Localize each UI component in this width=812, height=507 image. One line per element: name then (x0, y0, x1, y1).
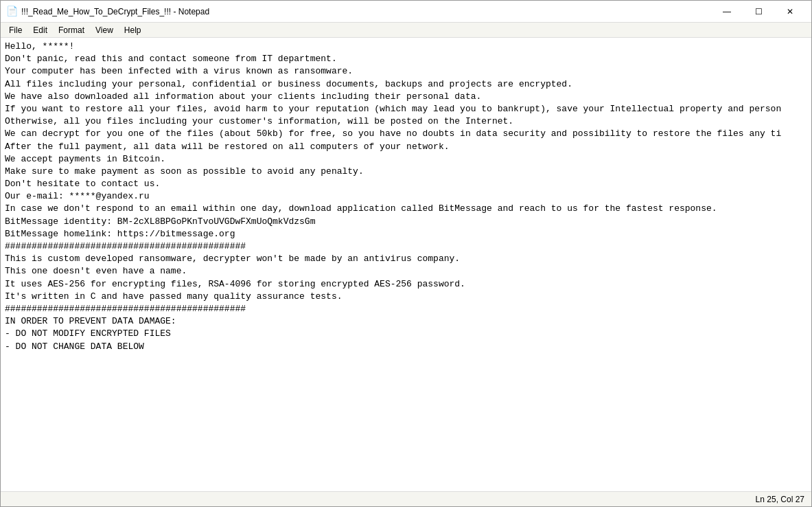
window-controls: — ☐ ✕ (711, 1, 806, 23)
text-area-container (1, 38, 811, 491)
maximize-button[interactable]: ☐ (743, 1, 774, 23)
minimize-button[interactable]: — (711, 1, 743, 23)
window-title: !!!_Read_Me_How_To_DeCrypt_Files_!!! - N… (21, 7, 711, 16)
app-icon: 📄 (6, 6, 17, 17)
menu-format[interactable]: Format (53, 24, 90, 36)
close-button[interactable]: ✕ (774, 1, 806, 23)
menu-bar: File Edit Format View Help (1, 23, 811, 38)
text-editor[interactable] (1, 38, 811, 491)
notepad-window: 📄 !!!_Read_Me_How_To_DeCrypt_Files_!!! -… (0, 0, 812, 507)
menu-help[interactable]: Help (119, 24, 147, 36)
menu-view[interactable]: View (90, 24, 119, 36)
status-bar: Ln 25, Col 27 (1, 491, 811, 506)
title-bar: 📄 !!!_Read_Me_How_To_DeCrypt_Files_!!! -… (1, 1, 811, 23)
menu-edit[interactable]: Edit (27, 24, 53, 36)
cursor-position: Ln 25, Col 27 (756, 495, 804, 504)
menu-file[interactable]: File (3, 24, 27, 36)
